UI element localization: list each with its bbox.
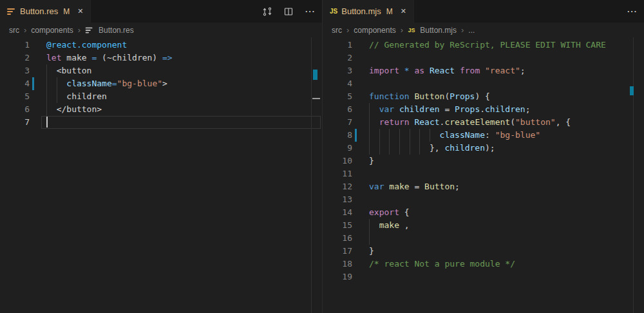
code-token: let xyxy=(46,53,61,62)
tab-button-mjs[interactable]: JS Button.mjs M ✕ xyxy=(323,0,414,23)
code-line[interactable]: 13 xyxy=(323,193,644,206)
code-token: from xyxy=(460,66,480,75)
code-line[interactable]: 6 </button> xyxy=(0,103,322,116)
indent-guide xyxy=(410,142,410,155)
code-line[interactable]: 2 xyxy=(323,52,644,64)
code-token xyxy=(369,117,379,127)
line-number[interactable]: 6 xyxy=(0,103,46,116)
breadcrumb-item[interactable]: components xyxy=(31,26,73,35)
code-line[interactable]: 17} xyxy=(323,245,644,258)
code-line[interactable]: 4 className="bg-blue"> xyxy=(0,77,322,90)
line-number[interactable]: 5 xyxy=(0,90,46,103)
line-number[interactable]: 9 xyxy=(323,142,369,155)
code-text: <button xyxy=(46,64,322,77)
breadcrumb-file[interactable]: Button.mjs xyxy=(420,26,457,35)
code-line[interactable]: 7 xyxy=(0,116,322,129)
code-editor[interactable]: 1// Generated by ReScript, PLEASE EDIT W… xyxy=(323,37,644,313)
overview-ruler[interactable] xyxy=(633,37,644,313)
code-line[interactable]: 18/* react Not a pure module */ xyxy=(323,258,644,270)
gutter-modified-indicator[interactable] xyxy=(32,77,34,90)
code-line[interactable]: 5function Button(Props) { xyxy=(323,90,644,103)
line-number[interactable]: 1 xyxy=(0,39,46,52)
code-token: children xyxy=(444,143,485,153)
line-number[interactable]: 1 xyxy=(323,39,369,52)
code-line[interactable]: 8 className: "bg-blue" xyxy=(323,129,644,142)
code-line[interactable]: 16 xyxy=(323,232,644,245)
indent-guide xyxy=(46,90,47,103)
line-number[interactable]: 11 xyxy=(323,167,369,180)
code-line[interactable]: 14export { xyxy=(323,206,644,219)
line-number[interactable]: 19 xyxy=(323,270,369,283)
line-number[interactable]: 2 xyxy=(323,52,369,64)
code-token: <button xyxy=(46,66,91,75)
split-editor-icon[interactable] xyxy=(283,6,294,17)
code-text: let make = (~children) => xyxy=(46,52,322,64)
line-number[interactable]: 7 xyxy=(323,116,369,129)
breadcrumb-item[interactable]: src xyxy=(9,26,19,35)
line-number[interactable]: 8 xyxy=(323,129,369,142)
indent-guide xyxy=(379,142,380,155)
javascript-file-icon: JS xyxy=(330,8,337,15)
breadcrumb-symbol[interactable]: ... xyxy=(468,26,475,35)
javascript-file-icon: JS xyxy=(408,27,415,33)
code-line[interactable]: 7 return React.createElement("button", { xyxy=(323,116,644,129)
breadcrumb-item[interactable]: components xyxy=(354,26,395,35)
line-number[interactable]: 12 xyxy=(323,180,369,193)
code-line[interactable]: 15 make , xyxy=(323,219,644,232)
close-icon[interactable]: ✕ xyxy=(401,7,406,15)
line-number[interactable]: 4 xyxy=(0,77,46,90)
code-editor[interactable]: 1@react.component2let make = (~children)… xyxy=(0,37,322,313)
code-token: /* react Not a pure module */ xyxy=(369,259,515,269)
breadcrumb-item[interactable]: src xyxy=(332,26,342,35)
code-text: // Generated by ReScript, PLEASE EDIT WI… xyxy=(369,39,644,52)
close-icon[interactable]: ✕ xyxy=(77,7,83,15)
code-token: * xyxy=(404,66,410,75)
line-number[interactable]: 16 xyxy=(323,232,369,245)
code-line[interactable]: 9 }, children); xyxy=(323,142,644,155)
code-token: createElement xyxy=(444,117,510,127)
editor-pane-left: Button.res M ✕ xyxy=(0,0,322,313)
line-number[interactable]: 6 xyxy=(323,103,369,116)
breadcrumb-file[interactable]: Button.res xyxy=(99,26,134,35)
code-line[interactable]: 5 children xyxy=(0,90,322,103)
code-token: { xyxy=(399,207,410,217)
code-token: children xyxy=(485,104,526,114)
line-number[interactable]: 18 xyxy=(323,258,369,270)
indent-guide xyxy=(389,129,390,142)
code-text: make , xyxy=(369,219,644,232)
code-token: , { xyxy=(556,117,571,127)
indent-guide xyxy=(369,116,370,129)
code-line[interactable]: 1@react.component xyxy=(0,39,322,52)
line-number[interactable]: 15 xyxy=(323,219,369,232)
code-line[interactable]: 19 xyxy=(323,270,644,283)
line-number[interactable]: 10 xyxy=(323,155,369,167)
code-line[interactable]: 11 xyxy=(323,167,644,180)
code-line[interactable]: 2let make = (~children) => xyxy=(0,52,322,64)
line-number[interactable]: 7 xyxy=(0,116,46,129)
more-actions-icon[interactable]: ⋯ xyxy=(626,6,638,17)
line-number[interactable]: 14 xyxy=(323,206,369,219)
line-number[interactable]: 5 xyxy=(323,90,369,103)
tab-button-res[interactable]: Button.res M ✕ xyxy=(0,0,91,23)
code-line[interactable]: 6 var children = Props.children; xyxy=(323,103,644,116)
code-line[interactable]: 12var make = Button; xyxy=(323,180,644,193)
code-line[interactable]: 1// Generated by ReScript, PLEASE EDIT W… xyxy=(323,39,644,52)
gutter-modified-indicator[interactable] xyxy=(355,129,357,142)
code-line[interactable]: 10} xyxy=(323,155,644,167)
editor-pane-right: JS Button.mjs M ✕ ⋯ src › components › J… xyxy=(322,0,644,313)
code-token: // Generated by ReScript, PLEASE EDIT WI… xyxy=(369,40,606,50)
line-number[interactable]: 3 xyxy=(0,64,46,77)
line-number[interactable]: 4 xyxy=(323,77,369,90)
code-token xyxy=(399,66,404,75)
line-number[interactable]: 17 xyxy=(323,245,369,258)
line-number[interactable]: 13 xyxy=(323,193,369,206)
code-line[interactable]: 4 xyxy=(323,77,644,90)
open-changes-icon[interactable] xyxy=(261,6,273,17)
code-line[interactable]: 3 <button xyxy=(0,64,322,77)
line-number[interactable]: 3 xyxy=(323,64,369,77)
line-number[interactable]: 2 xyxy=(0,52,46,64)
more-actions-icon[interactable]: ⋯ xyxy=(304,6,316,17)
code-text: export { xyxy=(369,206,644,219)
code-line[interactable]: 3import * as React from "react"; xyxy=(323,64,644,77)
code-text xyxy=(369,270,644,283)
